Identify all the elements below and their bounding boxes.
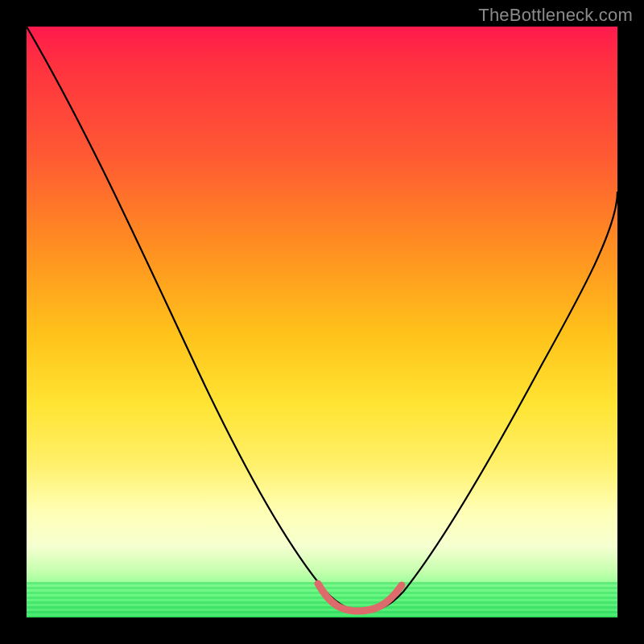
bottleneck-curve [27, 27, 617, 617]
watermark-text: TheBottleneck.com [478, 5, 633, 26]
chart-frame: TheBottleneck.com [0, 0, 644, 644]
curve-path [27, 27, 617, 611]
curve-highlight [318, 584, 402, 611]
chart-plot-area [27, 27, 617, 617]
